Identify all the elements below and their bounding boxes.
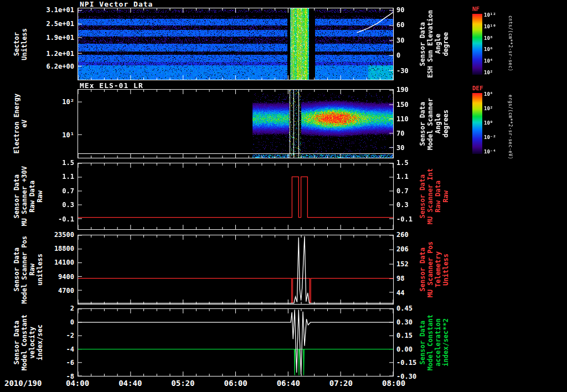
- x-axis-time-label: 08:00: [382, 379, 405, 388]
- panel-1-left-axis-label: SectorUnitless: [13, 8, 28, 80]
- tick-label: 18800: [54, 245, 74, 252]
- tick-label: 1.5: [62, 159, 74, 166]
- tick-label: 9400: [58, 274, 74, 280]
- panel-mu-scanner-30v: Sensor DataMU Scanner +30VRaw DataRaw 1.…: [0, 163, 567, 230]
- axis-label-line: Raw: [442, 190, 450, 203]
- axis-label-line: Sensor Data: [419, 174, 426, 218]
- panel-5-line-plot: [78, 309, 393, 376]
- x-axis-time-label: 07:20: [329, 379, 353, 388]
- tick-label: 90: [396, 7, 404, 13]
- def-colorbar: DEF 10⁴10²10⁰10⁻²10⁻⁴ ergs/(cm**2-sr-sec…: [472, 93, 566, 154]
- tick-label: 1.1: [62, 173, 74, 180]
- x-axis-time-label: 04:40: [118, 379, 142, 388]
- panel-5-right-tick-labels: 0.450.300.150.00-0.15-0.30: [396, 308, 421, 376]
- tick-label: 0.15: [396, 332, 413, 339]
- tick-label: 1.5: [396, 159, 409, 166]
- axis-label-line: Angle: [435, 34, 442, 54]
- plot-page: NPI Vector Data SectorUnitless 3.1e+012.…: [0, 0, 567, 392]
- colorbar-tick-label: 10⁻⁴: [484, 149, 496, 154]
- axis-label-line: Sensor Data: [13, 174, 20, 218]
- axis-label-line: acceleration: [435, 318, 442, 367]
- tick-label: 0.00: [396, 346, 413, 353]
- axis-label-line: Sector: [13, 32, 20, 56]
- panel-3-right-axis-label: Sensor DataMU Scanner IntRaw DataRaw: [419, 163, 450, 230]
- panel-1-plot-area: [78, 8, 394, 80]
- tick-label: 0.3: [396, 202, 409, 208]
- x-axis-time-label: 04:00: [66, 379, 89, 388]
- axis-label-line: Unitless: [21, 28, 28, 60]
- tick-label: 1.9e+01: [46, 34, 74, 41]
- def-colorbar-gradient: [472, 93, 482, 154]
- axis-label-line: ESH Sun Elevation: [427, 10, 434, 78]
- tick-label: -0.1: [396, 216, 413, 223]
- axis-label-line: Sensor Data: [13, 247, 20, 291]
- tick-label: 0.45: [396, 305, 413, 312]
- axis-label-line: Telemetry: [435, 251, 442, 287]
- colorbar-tick-label: 10⁸: [484, 35, 493, 41]
- def-colorbar-tick-labels: 10⁴10²10⁰10⁻²10⁻⁴: [484, 93, 506, 154]
- panel-3-right-tick-labels: 1.51.10.70.3-0.1: [396, 163, 421, 230]
- axis-label-line: Sensor Data: [419, 247, 426, 291]
- axis-label-line: MU Scanner Int: [427, 168, 434, 224]
- tick-label: -0.1: [58, 216, 74, 223]
- panel-4-line-plot: [78, 235, 393, 304]
- axis-label-line: MU Scanner +30V: [21, 166, 28, 226]
- axis-label-line: degrees: [442, 110, 450, 138]
- tick-label: 2: [70, 305, 74, 312]
- nf-colorbar-tick-labels: 10¹²10¹⁰10⁸10⁶10⁴10²: [484, 14, 506, 75]
- axis-label-line: Model Scanner: [427, 98, 434, 150]
- x-axis-time-labels: 04:0004:4005:2006:0006:4007:2008:00: [78, 379, 394, 389]
- tick-label: 60: [396, 22, 404, 28]
- tick-label: 2.5e+01: [46, 20, 74, 27]
- panel-2-left-axis-label: Electron EnergyeV: [13, 89, 28, 158]
- panel-3-line-plot: [78, 163, 393, 229]
- panel-2-axes-overlay: [78, 90, 393, 158]
- tick-label: -6: [66, 359, 74, 366]
- panel-4-plot-area: [78, 235, 394, 305]
- axis-label-line: Model Scanner Pos: [21, 236, 28, 304]
- panel-3-left-tick-labels: 1.51.10.70.3-0.1: [32, 163, 75, 230]
- colorbar-tick-label: 10⁶: [484, 47, 493, 52]
- panel-1-right-axis-label: Sensor DataESH Sun ElevationAngledegree: [419, 8, 450, 80]
- colorbar-tick-label: 10⁰: [484, 120, 493, 126]
- panel-2-right-tick-labels: 1901501107030: [396, 89, 421, 158]
- colorbar-tick-label: 10¹²: [484, 12, 496, 18]
- tick-label: 150: [396, 101, 409, 108]
- tick-label: 30: [396, 37, 404, 44]
- tick-label: 70: [396, 130, 404, 137]
- tick-label: 0.7: [62, 188, 74, 194]
- axis-label-line: Sensor Data: [13, 321, 20, 364]
- tick-label: 14100: [54, 259, 74, 266]
- panel-5-right-axis-label: Sensor DataModel Constantaccelerationind…: [419, 308, 450, 376]
- tick-label: 10¹: [62, 132, 74, 138]
- axis-label-line: MU Scanner Pos: [427, 241, 434, 297]
- nf-colorbar: NF 10¹²10¹⁰10⁸10⁶10⁴10² cnts/(cm**2-sr-s…: [472, 14, 566, 75]
- panel-4-right-axis-label: Sensor DataMU Scanner PosTelemetryUnitle…: [419, 235, 450, 305]
- nf-colorbar-units: cnts/(cm**2-sr-sec): [508, 16, 513, 71]
- tick-label: 152: [396, 261, 409, 267]
- tick-label: 206: [396, 246, 409, 252]
- tick-label: 0.7: [396, 188, 409, 194]
- panel-1-title: NPI Vector Data: [80, 0, 153, 8]
- panel-1-left-tick-labels: 3.1e+012.5e+011.9e+011.2e+016.2e+00: [32, 8, 75, 80]
- tick-label: 0: [396, 52, 400, 59]
- panel-2-right-axis-label: Sensor DataModel ScannerAngledegrees: [419, 89, 450, 158]
- colorbar-tick-label: 10⁴: [484, 58, 493, 64]
- tick-label: 3.1e+01: [46, 7, 74, 13]
- colorbar-tick-label: 10⁻²: [484, 135, 496, 140]
- tick-label: 30: [396, 145, 404, 151]
- tick-label: -2: [66, 332, 74, 339]
- panel-4-left-tick-labels: 23500188001410094004700: [32, 235, 75, 305]
- tick-label: 98: [396, 275, 404, 282]
- colorbar-tick-label: 10²: [484, 70, 493, 75]
- panel-1-axes-overlay: [78, 8, 393, 80]
- x-axis-time-label: 06:40: [277, 379, 300, 388]
- colorbar-tick-label: 10²: [484, 106, 493, 111]
- x-axis-time-label: 06:00: [224, 379, 248, 388]
- panel-1-right-tick-labels: 9060300-30: [396, 8, 421, 80]
- nf-colorbar-label: NF: [472, 6, 480, 13]
- tick-label: 10²: [62, 99, 74, 105]
- tick-label: 1.2e+01: [46, 50, 74, 57]
- panel-2-title: MEx ELS-01 LR: [80, 81, 143, 90]
- axis-label-line: Electron Energy: [13, 94, 20, 153]
